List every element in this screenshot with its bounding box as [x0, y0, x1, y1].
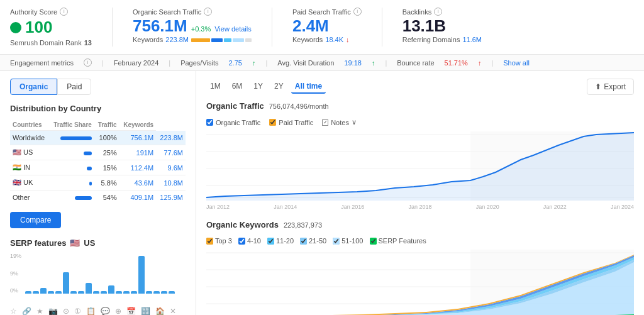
table-row[interactable]: Worldwide100%756.1M223.8M: [10, 131, 186, 145]
serp-bar: [108, 285, 114, 294]
legend-organic-label: Organic Traffic: [216, 119, 260, 126]
country-cell: 🇬🇧 UK: [10, 175, 49, 191]
traffic-share-cell: [49, 145, 94, 160]
organic-change: +0.3%: [191, 25, 211, 33]
kw-legend-21-50: 21-50: [300, 237, 326, 245]
backlinks-info-icon[interactable]: i: [434, 8, 442, 16]
referring-value: 11.6M: [462, 36, 482, 43]
green-circle-icon: [10, 22, 21, 33]
keywords-value: 125.9M: [156, 191, 186, 205]
kw-21-50-checkbox[interactable]: [300, 238, 307, 245]
kw-y-223: 223.8M: [635, 250, 644, 256]
kw-21-50-label: 21-50: [309, 237, 326, 245]
engagement-bar: Engagement metrics i | February 2024 | P…: [0, 55, 644, 71]
serp-icon-x: ✕: [170, 307, 176, 315]
tab-organic[interactable]: Organic: [10, 79, 57, 95]
serp-y-0: 0%: [10, 287, 24, 294]
paid-down-arrow: ↓: [346, 36, 350, 43]
tab-paid[interactable]: Paid: [57, 79, 91, 95]
show-all-link[interactable]: Show all: [503, 59, 530, 67]
paid-info-icon[interactable]: i: [353, 8, 362, 16]
traffic-value: 43.6M: [119, 175, 156, 191]
time-tab-2y[interactable]: 2Y: [270, 80, 287, 94]
export-label: Export: [604, 82, 626, 91]
share-value: 25%: [94, 145, 119, 160]
table-row[interactable]: Other54%409.1M125.9M: [10, 191, 186, 205]
keywords-chart-title: Organic Keywords: [206, 220, 279, 229]
legend-organic: Organic Traffic: [206, 119, 260, 126]
table-row[interactable]: 🇬🇧 UK5.8%43.6M10.8M: [10, 175, 186, 191]
paid-traffic-label: Paid Search Traffic: [292, 8, 351, 16]
serp-bar: [138, 256, 145, 294]
authority-info-icon[interactable]: i: [60, 8, 68, 16]
serp-bar: [48, 291, 54, 294]
traffic-y-labels: 756.1M 567.1M 378M 189M 0: [635, 131, 644, 201]
legend-notes-label: Notes: [331, 119, 349, 126]
kw-top3-checkbox[interactable]: [206, 238, 213, 245]
organic-paid-tabs: Organic Paid: [10, 79, 186, 95]
flag-icon: 🇺🇸: [13, 148, 21, 156]
legend-organic-checkbox[interactable]: [206, 119, 213, 126]
keyword-bar: [191, 38, 252, 42]
time-tab-6m[interactable]: 6M: [228, 80, 247, 94]
serp-y-9: 9%: [10, 270, 24, 277]
engagement-date: February 2024: [114, 59, 159, 67]
serp-bar: [161, 291, 167, 294]
legend-notes-checkbox-icon: ✓: [322, 119, 328, 126]
serp-bar: [55, 291, 62, 294]
compare-button[interactable]: Compare: [10, 212, 61, 228]
kw-11-20-label: 11-20: [276, 237, 294, 245]
avg-visit-arrow: ↑: [372, 59, 375, 67]
share-value: 5.8%: [94, 175, 119, 191]
time-tab-all[interactable]: All time: [291, 80, 326, 94]
referring-label: Referring Domains: [402, 36, 460, 43]
organic-info-icon[interactable]: i: [204, 8, 212, 16]
country-cell: Worldwide: [10, 131, 49, 145]
authority-score-block: Authority Score i 100 Semrush Domain Ran…: [10, 8, 92, 47]
time-tab-1y[interactable]: 1Y: [250, 80, 267, 94]
col-countries: Countries: [10, 119, 49, 131]
legend-paid: Paid Traffic: [269, 119, 313, 126]
serp-icon-star-filled: ★: [36, 307, 43, 315]
pages-visits-value: 2.75: [228, 59, 242, 67]
traffic-bar: [87, 167, 92, 170]
kw-serp-checkbox[interactable]: [370, 238, 377, 245]
table-row[interactable]: 🇮🇳 IN15%112.4M9.6M: [10, 160, 186, 175]
kw-4-10-label: 4-10: [247, 237, 261, 245]
kw-51-100-checkbox[interactable]: [333, 238, 340, 245]
serp-title-text: SERP features: [10, 238, 66, 248]
kw-11-20-checkbox[interactable]: [267, 238, 274, 245]
view-details-link[interactable]: View details: [214, 25, 252, 33]
avg-visit-value: 19:18: [344, 59, 362, 67]
serp-bar: [63, 272, 69, 294]
organic-keywords-value: 223.8M: [165, 36, 189, 43]
time-tab-1m[interactable]: 1M: [206, 80, 225, 94]
traffic-share-cell: [49, 131, 94, 145]
traffic-value: 409.1M: [119, 191, 156, 205]
legend-paid-checkbox[interactable]: [269, 119, 276, 126]
engagement-info-icon[interactable]: i: [84, 58, 92, 67]
export-button[interactable]: ⬆ Export: [587, 79, 634, 95]
table-row[interactable]: 🇺🇸 US25%191M77.6M: [10, 145, 186, 160]
traffic-bar: [89, 182, 92, 185]
keywords-y-labels: 223.8M 167.9M 111.9M 56M 0: [635, 250, 644, 315]
kw-legend-4-10: 4-10: [238, 237, 261, 245]
right-panel: 1M 6M 1Y 2Y All time ⬆ Export Organic Tr…: [196, 71, 644, 315]
kw-serp-label: SERP Features: [379, 237, 426, 245]
keywords-chart-section: Organic Keywords 223,837,973 Top 3 4-10 …: [206, 220, 634, 315]
keywords-chart-wrapper: Jan 2012 Jan 2014 Jan 2016 Jan 2018 Jan …: [206, 250, 634, 315]
kw-y-111: 111.9M: [635, 281, 644, 287]
bounce-label: Bounce rate: [397, 59, 434, 67]
backlinks-block: Backlinks i 13.1B Referring Domains 11.6…: [402, 8, 482, 43]
kw-4-10-checkbox[interactable]: [238, 238, 245, 245]
traffic-bar: [75, 196, 92, 200]
backlinks-value: 13.1B: [402, 18, 482, 34]
semrush-rank-value: 13: [84, 39, 92, 47]
traffic-chart-svg: [206, 131, 634, 201]
traffic-x-jan2016: Jan 2016: [341, 204, 364, 210]
traffic-chart-title: Organic Traffic: [206, 101, 264, 111]
traffic-chart-section: Organic Traffic 756,074,496/month Organi…: [206, 101, 634, 211]
keywords-value: 10.8M: [156, 175, 186, 191]
serp-bar: [153, 291, 160, 294]
serp-icon-plus: ⊕: [115, 307, 121, 315]
